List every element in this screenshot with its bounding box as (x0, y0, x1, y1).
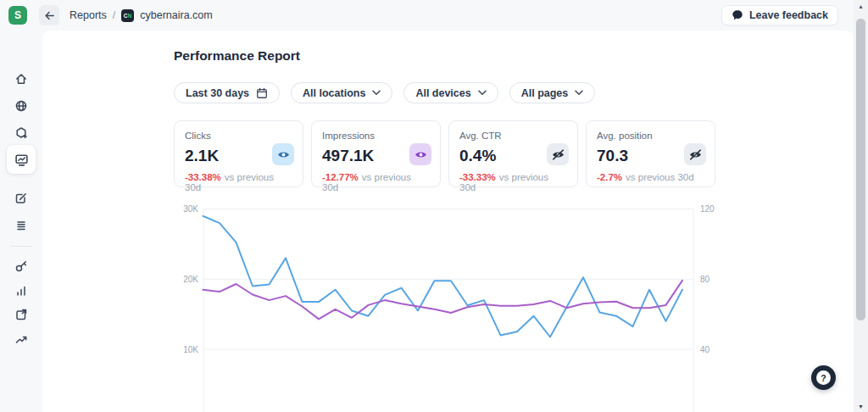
svg-text:20K: 20K (183, 275, 198, 284)
stack-icon (14, 219, 28, 232)
sidebar-item-analytics[interactable] (8, 278, 34, 303)
sidebar-item-stack[interactable] (8, 213, 34, 238)
sidebar-item-globe[interactable] (8, 93, 34, 119)
chevron-down-icon (478, 90, 487, 96)
home-icon (14, 72, 28, 86)
speech-bubble-icon (732, 9, 743, 21)
sidebar-item-home[interactable] (8, 66, 34, 92)
leave-feedback-button[interactable]: Leave feedback (721, 5, 838, 25)
sidebar-item-growth[interactable] (8, 326, 34, 352)
sidebar-item-projects[interactable] (8, 120, 34, 146)
svg-text:10K: 10K (183, 345, 198, 354)
filter-locations-label: All locations (303, 87, 365, 99)
filter-bar: Last 30 days All locations All devices A… (174, 82, 595, 103)
filter-pages[interactable]: All pages (509, 82, 596, 103)
trend-icon (14, 332, 28, 346)
filter-date-range[interactable]: Last 30 days (174, 82, 280, 103)
filter-devices[interactable]: All devices (403, 82, 498, 103)
leave-feedback-label: Leave feedback (749, 9, 828, 21)
sidebar-item-reports[interactable] (7, 145, 36, 174)
eye-off-icon (689, 149, 702, 160)
calendar-icon (256, 87, 268, 99)
app-logo[interactable]: S (8, 6, 27, 25)
metric-visibility-toggle-2[interactable] (547, 143, 569, 165)
metric-delta-suffix: vs previous 30d (626, 172, 694, 182)
chevron-down-icon (372, 90, 381, 96)
metric-label: Impressions (322, 131, 430, 141)
metric-label: Clicks (185, 131, 292, 141)
sidebar-item-export[interactable] (8, 302, 34, 327)
svg-text:30K: 30K (183, 204, 198, 214)
metric-label: Avg. CTR (459, 131, 567, 141)
question-mark-icon: ? (816, 370, 831, 385)
sidebar-item-compose[interactable] (8, 186, 34, 211)
breadcrumb-site: cybernaira.com (140, 9, 212, 21)
metric-delta: -2.7% (597, 172, 622, 182)
filter-pages-label: All pages (521, 87, 569, 99)
metric-visibility-toggle-3[interactable] (684, 143, 706, 165)
back-button[interactable] (39, 5, 59, 25)
metric-delta: -33.33% (459, 172, 496, 182)
scroll-up-arrow[interactable]: ▲ (854, 3, 868, 9)
metric-delta: -12.77% (322, 172, 359, 182)
chevron-down-icon (575, 90, 583, 96)
scroll-down-arrow[interactable]: ▼ (854, 404, 868, 409)
bar-chart-icon (14, 284, 28, 298)
globe-icon (14, 99, 28, 113)
performance-chart: 30K20K10K1208040 (170, 203, 729, 412)
help-button[interactable]: ? (811, 365, 836, 390)
scrollbar-thumb[interactable] (856, 19, 865, 320)
svg-text:40: 40 (700, 345, 710, 354)
metric-card-clicks: Clicks 2.1K -33.38%vs previous 30d (174, 120, 303, 187)
eye-off-icon (552, 149, 565, 160)
metric-card-avg-position: Avg. position 70.3 -2.7%vs previous 30d (586, 120, 715, 187)
key-icon (14, 259, 28, 273)
filter-date-range-label: Last 30 days (186, 87, 249, 99)
compose-icon (14, 192, 28, 205)
metric-visibility-toggle-1[interactable] (409, 143, 431, 165)
metric-visibility-toggle-0[interactable] (272, 143, 294, 165)
performance-line-chart: 30K20K10K1208040 (170, 203, 729, 412)
eye-icon (415, 149, 427, 160)
metric-label: Avg. position (597, 131, 704, 141)
topbar: S Reports / CN cybernaira.com Leave feed… (0, 0, 854, 31)
breadcrumb: Reports / CN cybernaira.com (70, 0, 213, 31)
report-monitor-icon (14, 153, 29, 167)
sidebar-item-keys[interactable] (8, 253, 34, 279)
sidebar (0, 31, 42, 412)
metric-card-impressions: Impressions 497.1K -12.77%vs previous 30… (311, 120, 441, 187)
export-icon (14, 308, 28, 321)
breadcrumb-separator: / (113, 9, 115, 21)
filter-devices-label: All devices (415, 87, 470, 99)
eye-icon (277, 149, 290, 160)
metric-card-avg-ctr: Avg. CTR 0.4% -33.33%vs previous 30d (448, 120, 578, 187)
hexagon-plus-icon (14, 126, 28, 140)
vertical-scrollbar[interactable]: ▲ ▼ (854, 0, 868, 412)
svg-text:80: 80 (700, 275, 710, 284)
metric-delta: -33.38% (185, 172, 221, 182)
breadcrumb-reports[interactable]: Reports (70, 9, 107, 21)
site-favicon: CN (121, 9, 134, 22)
filter-locations[interactable]: All locations (291, 82, 392, 103)
metric-cards: Clicks 2.1K -33.38%vs previous 30d Impre… (174, 120, 715, 187)
svg-text:120: 120 (700, 204, 715, 214)
app-logo-letter: S (14, 9, 21, 21)
page-title: Performance Report (174, 48, 300, 64)
sidebar-divider (11, 246, 31, 247)
back-arrow-icon (43, 9, 56, 22)
